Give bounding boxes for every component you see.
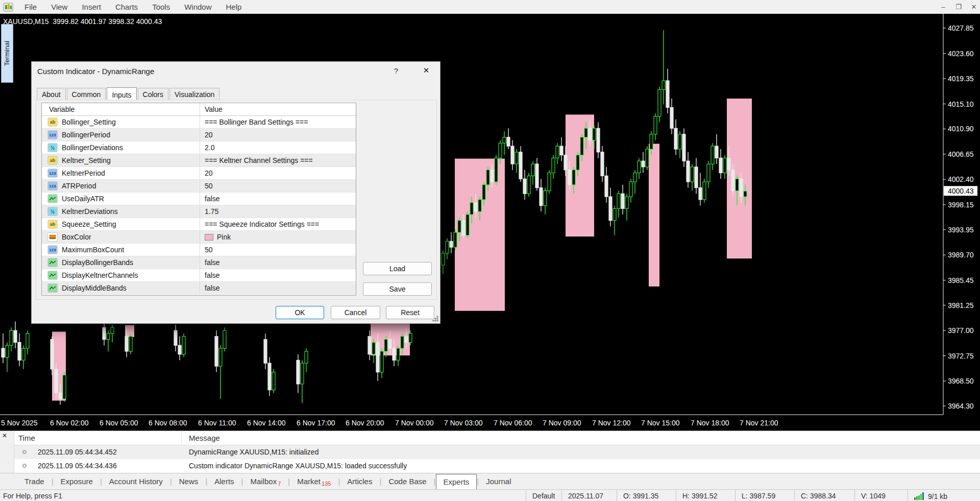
input-row-ATRPeriod[interactable]: 123ATRPeriod50 — [42, 180, 356, 193]
input-row-DisplayMiddleBands[interactable]: DisplayMiddleBandsfalse — [42, 282, 356, 295]
variable-value[interactable]: false — [200, 282, 356, 294]
input-row-Bollinger_Setting[interactable]: abBollinger_Setting=== Bollinger Band Se… — [42, 116, 356, 129]
dialog-help-button[interactable]: ? — [389, 65, 403, 77]
menu-window[interactable]: Window — [177, 0, 218, 14]
resize-grip[interactable] — [432, 316, 438, 322]
log-message: DynamicRange XAUUSD,M15: initialized — [189, 448, 318, 456]
tab-colors[interactable]: Colors — [138, 88, 168, 100]
save-button[interactable]: Save — [363, 282, 432, 296]
input-row-BoxColor[interactable]: BoxColorPink — [42, 231, 356, 244]
candle-body — [584, 128, 587, 137]
cancel-button[interactable]: Cancel — [331, 306, 380, 319]
menu-help[interactable]: Help — [219, 0, 249, 14]
candle-body — [215, 337, 218, 366]
input-row-DisplayBollingerBands[interactable]: DisplayBollingerBandsfalse — [42, 256, 356, 269]
candle-body — [703, 182, 706, 200]
variable-value[interactable]: 50 — [200, 180, 356, 192]
restore-button[interactable]: ❐ — [954, 3, 963, 11]
time-tick-label: 7 Nov 00:00 — [395, 419, 434, 427]
variable-value[interactable]: 20 — [200, 167, 356, 179]
tab-inputs[interactable]: Inputs — [107, 87, 136, 101]
candle-body — [609, 197, 612, 221]
variable-value[interactable]: false — [200, 256, 356, 269]
candle-body — [129, 337, 132, 351]
log-row[interactable]: 2025.11.09 05:44:34.436 Custom indicator… — [14, 459, 980, 473]
candle-body — [503, 137, 506, 144]
bool-type-icon — [48, 271, 57, 279]
bottom-tab-trade[interactable]: Trade — [17, 473, 52, 490]
variable-value[interactable]: 1.75 — [200, 205, 356, 218]
variable-value[interactable]: === Squeeze Indicator Settings === — [200, 218, 356, 230]
chart-ohlc-title: XAUUSD,M15 3999.82 4001.97 3998.32 4000.… — [3, 17, 162, 26]
reset-button[interactable]: Reset — [386, 306, 434, 319]
input-row-DisplayKeltnerChannels[interactable]: DisplayKeltnerChannelsfalse — [42, 269, 356, 282]
candle-body — [580, 137, 583, 155]
variable-name: ATRPeriod — [62, 182, 96, 190]
variable-value[interactable]: 50 — [200, 244, 356, 256]
variable-value[interactable]: === Bollinger Band Settings === — [200, 116, 356, 128]
candle-body — [446, 241, 449, 253]
ok-button[interactable]: OK — [276, 306, 324, 319]
close-button[interactable]: ✕ — [970, 3, 978, 11]
variable-name: BollingerDeviations — [62, 144, 123, 152]
bottom-tab-experts[interactable]: Experts — [436, 474, 477, 490]
bottom-tab-exposure[interactable]: Exposure — [54, 473, 100, 490]
string-type-icon: ab — [48, 156, 57, 164]
variable-value[interactable]: false — [200, 193, 356, 205]
input-row-KeltnerDeviations[interactable]: ½KeltnerDeviations1.75 — [42, 205, 356, 218]
menu-view[interactable]: View — [44, 0, 75, 14]
bottom-tab-mailbox[interactable]: Mailbox7 — [243, 473, 288, 490]
candle-body — [560, 146, 563, 155]
bool-type-icon — [48, 258, 57, 267]
input-row-KeltnerPeriod[interactable]: 123KeltnerPeriod20 — [42, 167, 356, 180]
input-row-Squeeze_Setting[interactable]: abSqueeze_Setting=== Squeeze Indicator S… — [42, 218, 356, 231]
bottom-tab-alerts[interactable]: Alerts — [207, 473, 241, 490]
menu-charts[interactable]: Charts — [108, 0, 145, 14]
menu-insert[interactable]: Insert — [75, 0, 108, 14]
candle-body — [482, 185, 485, 200]
candle-body — [621, 194, 624, 208]
bottom-tab-account-history[interactable]: Account History — [102, 473, 170, 490]
load-button[interactable]: Load — [363, 262, 432, 275]
input-row-MaximumBoxCount[interactable]: 123MaximumBoxCount50 — [42, 244, 356, 256]
candle-body — [22, 348, 25, 360]
candle-body — [26, 333, 29, 348]
time-tick-label: 5 Nov 2025 — [1, 419, 38, 427]
menu-tools[interactable]: Tools — [145, 0, 177, 14]
dialog-close-icon[interactable]: ✕ — [417, 64, 435, 77]
minimize-button[interactable]: – — [939, 3, 947, 11]
variable-value[interactable]: Pink — [200, 231, 356, 243]
tab-visualization[interactable]: Visualization — [169, 88, 219, 100]
variable-value[interactable]: 20 — [200, 129, 356, 141]
terminal-header: Time Message — [14, 431, 980, 445]
menu-file[interactable]: File — [17, 0, 44, 14]
terminal-close-icon[interactable]: ✕ — [2, 432, 7, 439]
terminal-vertical-tab[interactable]: Terminal — [1, 24, 13, 83]
bottom-tab-journal[interactable]: Journal — [479, 473, 518, 490]
bottom-tab-news[interactable]: News — [172, 473, 206, 490]
tab-about[interactable]: About — [37, 88, 66, 100]
candle-body — [397, 348, 400, 360]
variable-value[interactable]: 2.0 — [200, 141, 356, 154]
input-row-UseDailyATR[interactable]: UseDailyATRfalse — [42, 193, 356, 205]
squeeze-box — [727, 99, 752, 258]
bottom-tab-market[interactable]: Market135 — [290, 473, 338, 490]
terminal-panel: ✕ Time Message 2025.11.09 05:44:34.452 D… — [0, 431, 980, 473]
input-row-Keltner_Setting[interactable]: abKeltner_Setting=== Keltner Channel Set… — [42, 154, 356, 167]
inputs-table: Variable Value abBollinger_Setting=== Bo… — [41, 103, 356, 296]
variable-value[interactable]: false — [200, 269, 356, 281]
tab-common[interactable]: Common — [67, 88, 106, 100]
input-row-BollingerPeriod[interactable]: 123BollingerPeriod20 — [42, 129, 356, 141]
bottom-tab-articles[interactable]: Articles — [340, 473, 379, 490]
candle-body — [650, 134, 653, 149]
bottom-tab-code-base[interactable]: Code Base — [381, 473, 433, 490]
variable-value[interactable]: === Keltner Channel Settings === — [200, 154, 356, 166]
status-segment: 2025.11.07 00:45 — [561, 490, 617, 501]
int-type-icon: 123 — [48, 131, 57, 139]
input-row-BollingerDeviations[interactable]: ½BollingerDeviations2.0 — [42, 141, 356, 154]
log-time: 2025.11.09 05:44:34.436 — [38, 462, 117, 470]
candle-body — [711, 146, 714, 164]
candle-body — [178, 345, 181, 354]
log-row[interactable]: 2025.11.09 05:44:34.452 DynamicRange XAU… — [14, 445, 980, 459]
candle-body — [544, 191, 547, 206]
